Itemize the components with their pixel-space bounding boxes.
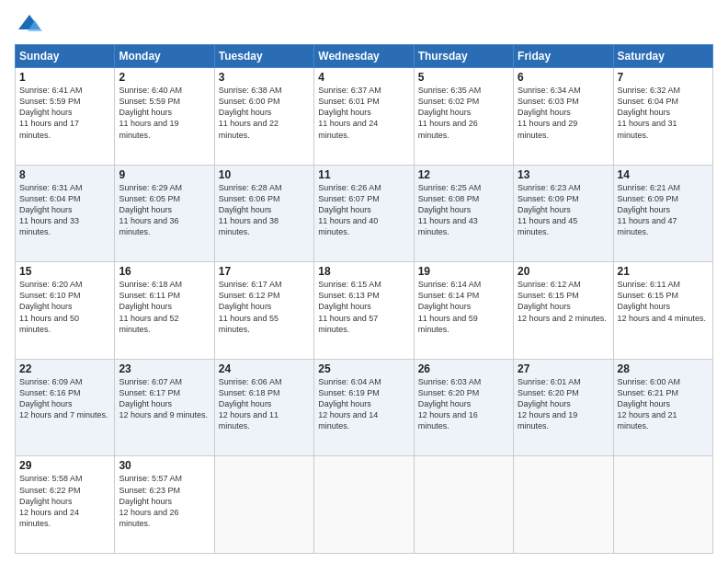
day-number: 25 xyxy=(318,362,409,375)
calendar-table: SundayMondayTuesdayWednesdayThursdayFrid… xyxy=(15,44,713,554)
day-info: Sunrise: 6:23 AMSunset: 6:09 PMDaylight … xyxy=(518,182,609,238)
day-number: 20 xyxy=(518,265,609,278)
day-info: Sunrise: 6:34 AMSunset: 6:03 PMDaylight … xyxy=(518,85,609,141)
day-number: 8 xyxy=(19,168,110,181)
calendar-weekday-header: Friday xyxy=(514,45,613,68)
day-number: 19 xyxy=(418,265,509,278)
calendar-day-cell: 15Sunrise: 6:20 AMSunset: 6:10 PMDayligh… xyxy=(16,262,115,360)
header xyxy=(15,11,713,37)
day-number: 12 xyxy=(418,168,509,181)
day-number: 16 xyxy=(119,265,210,278)
calendar-week-row: 8Sunrise: 6:31 AMSunset: 6:04 PMDaylight… xyxy=(16,165,713,262)
day-info: Sunrise: 6:37 AMSunset: 6:01 PMDaylight … xyxy=(318,85,409,141)
day-info: Sunrise: 6:26 AMSunset: 6:07 PMDaylight … xyxy=(318,182,409,238)
calendar-day-cell xyxy=(214,456,313,554)
day-info: Sunrise: 5:57 AMSunset: 6:23 PMDaylight … xyxy=(119,473,210,529)
day-number: 3 xyxy=(219,71,310,84)
calendar-day-cell: 2Sunrise: 6:40 AMSunset: 5:59 PMDaylight… xyxy=(115,68,214,166)
logo xyxy=(15,11,42,37)
day-info: Sunrise: 6:12 AMSunset: 6:15 PMDaylight … xyxy=(518,279,609,324)
calendar-body: 1Sunrise: 6:41 AMSunset: 5:59 PMDaylight… xyxy=(16,68,713,554)
day-number: 22 xyxy=(19,362,110,375)
day-info: Sunrise: 6:01 AMSunset: 6:20 PMDaylight … xyxy=(518,376,609,432)
calendar-day-cell: 1Sunrise: 6:41 AMSunset: 5:59 PMDaylight… xyxy=(16,68,115,166)
day-info: Sunrise: 6:29 AMSunset: 6:05 PMDaylight … xyxy=(119,182,210,238)
calendar-day-cell: 19Sunrise: 6:14 AMSunset: 6:14 PMDayligh… xyxy=(414,262,513,360)
calendar-weekday-header: Wednesday xyxy=(314,45,414,68)
day-info: Sunrise: 6:14 AMSunset: 6:14 PMDaylight … xyxy=(418,279,509,335)
calendar-weekday-header: Monday xyxy=(115,45,214,68)
calendar-day-cell: 4Sunrise: 6:37 AMSunset: 6:01 PMDaylight… xyxy=(314,68,414,166)
day-info: Sunrise: 6:15 AMSunset: 6:13 PMDaylight … xyxy=(318,279,409,335)
day-info: Sunrise: 6:07 AMSunset: 6:17 PMDaylight … xyxy=(119,376,210,421)
day-number: 28 xyxy=(618,362,709,375)
calendar-day-cell: 13Sunrise: 6:23 AMSunset: 6:09 PMDayligh… xyxy=(514,165,613,262)
day-info: Sunrise: 6:06 AMSunset: 6:18 PMDaylight … xyxy=(219,376,310,432)
day-number: 10 xyxy=(219,168,310,181)
calendar-day-cell: 11Sunrise: 6:26 AMSunset: 6:07 PMDayligh… xyxy=(314,165,414,262)
day-info: Sunrise: 6:38 AMSunset: 6:00 PMDaylight … xyxy=(219,85,310,141)
calendar-day-cell: 26Sunrise: 6:03 AMSunset: 6:20 PMDayligh… xyxy=(414,359,513,456)
day-number: 9 xyxy=(119,168,210,181)
day-info: Sunrise: 6:40 AMSunset: 5:59 PMDaylight … xyxy=(119,85,210,141)
day-number: 4 xyxy=(318,71,409,84)
day-number: 26 xyxy=(418,362,509,375)
day-number: 30 xyxy=(119,459,210,472)
calendar-header-row: SundayMondayTuesdayWednesdayThursdayFrid… xyxy=(16,45,713,68)
calendar-day-cell: 14Sunrise: 6:21 AMSunset: 6:09 PMDayligh… xyxy=(613,165,712,262)
calendar-week-row: 1Sunrise: 6:41 AMSunset: 5:59 PMDaylight… xyxy=(16,68,713,166)
calendar-day-cell: 7Sunrise: 6:32 AMSunset: 6:04 PMDaylight… xyxy=(613,68,712,166)
calendar-weekday-header: Saturday xyxy=(613,45,712,68)
calendar-day-cell xyxy=(514,456,613,554)
day-number: 29 xyxy=(19,459,110,472)
day-info: Sunrise: 6:28 AMSunset: 6:06 PMDaylight … xyxy=(219,182,310,238)
calendar-day-cell: 20Sunrise: 6:12 AMSunset: 6:15 PMDayligh… xyxy=(514,262,613,360)
calendar-weekday-header: Sunday xyxy=(16,45,115,68)
day-info: Sunrise: 6:18 AMSunset: 6:11 PMDaylight … xyxy=(119,279,210,335)
calendar-weekday-header: Thursday xyxy=(414,45,513,68)
day-info: Sunrise: 6:20 AMSunset: 6:10 PMDaylight … xyxy=(19,279,110,335)
calendar-day-cell: 24Sunrise: 6:06 AMSunset: 6:18 PMDayligh… xyxy=(214,359,313,456)
calendar-day-cell: 3Sunrise: 6:38 AMSunset: 6:00 PMDaylight… xyxy=(214,68,313,166)
calendar-day-cell: 18Sunrise: 6:15 AMSunset: 6:13 PMDayligh… xyxy=(314,262,414,360)
calendar-day-cell: 30Sunrise: 5:57 AMSunset: 6:23 PMDayligh… xyxy=(115,456,214,554)
day-number: 23 xyxy=(119,362,210,375)
calendar-day-cell: 8Sunrise: 6:31 AMSunset: 6:04 PMDaylight… xyxy=(16,165,115,262)
calendar-day-cell: 17Sunrise: 6:17 AMSunset: 6:12 PMDayligh… xyxy=(214,262,313,360)
day-info: Sunrise: 6:09 AMSunset: 6:16 PMDaylight … xyxy=(19,376,110,421)
day-number: 2 xyxy=(119,71,210,84)
day-number: 17 xyxy=(219,265,310,278)
calendar-day-cell: 12Sunrise: 6:25 AMSunset: 6:08 PMDayligh… xyxy=(414,165,513,262)
day-number: 18 xyxy=(318,265,409,278)
day-number: 14 xyxy=(618,168,709,181)
calendar-day-cell: 6Sunrise: 6:34 AMSunset: 6:03 PMDaylight… xyxy=(514,68,613,166)
day-info: Sunrise: 6:35 AMSunset: 6:02 PMDaylight … xyxy=(418,85,509,141)
day-info: Sunrise: 6:25 AMSunset: 6:08 PMDaylight … xyxy=(418,182,509,238)
calendar-day-cell: 5Sunrise: 6:35 AMSunset: 6:02 PMDaylight… xyxy=(414,68,513,166)
day-info: Sunrise: 6:21 AMSunset: 6:09 PMDaylight … xyxy=(618,182,709,238)
calendar-day-cell xyxy=(613,456,712,554)
day-number: 27 xyxy=(518,362,609,375)
day-info: Sunrise: 6:03 AMSunset: 6:20 PMDaylight … xyxy=(418,376,509,432)
day-number: 7 xyxy=(618,71,709,84)
calendar-day-cell xyxy=(314,456,414,554)
day-number: 13 xyxy=(518,168,609,181)
calendar-day-cell: 9Sunrise: 6:29 AMSunset: 6:05 PMDaylight… xyxy=(115,165,214,262)
day-info: Sunrise: 5:58 AMSunset: 6:22 PMDaylight … xyxy=(19,473,110,529)
calendar-day-cell: 27Sunrise: 6:01 AMSunset: 6:20 PMDayligh… xyxy=(514,359,613,456)
day-info: Sunrise: 6:41 AMSunset: 5:59 PMDaylight … xyxy=(19,85,110,141)
calendar-day-cell: 23Sunrise: 6:07 AMSunset: 6:17 PMDayligh… xyxy=(115,359,214,456)
calendar-day-cell: 29Sunrise: 5:58 AMSunset: 6:22 PMDayligh… xyxy=(16,456,115,554)
calendar-week-row: 22Sunrise: 6:09 AMSunset: 6:16 PMDayligh… xyxy=(16,359,713,456)
calendar-day-cell: 22Sunrise: 6:09 AMSunset: 6:16 PMDayligh… xyxy=(16,359,115,456)
day-number: 11 xyxy=(318,168,409,181)
day-number: 21 xyxy=(618,265,709,278)
day-number: 6 xyxy=(518,71,609,84)
day-info: Sunrise: 6:11 AMSunset: 6:15 PMDaylight … xyxy=(618,279,709,324)
day-info: Sunrise: 6:32 AMSunset: 6:04 PMDaylight … xyxy=(618,85,709,141)
day-info: Sunrise: 6:31 AMSunset: 6:04 PMDaylight … xyxy=(19,182,110,238)
day-info: Sunrise: 6:17 AMSunset: 6:12 PMDaylight … xyxy=(219,279,310,335)
calendar-day-cell: 25Sunrise: 6:04 AMSunset: 6:19 PMDayligh… xyxy=(314,359,414,456)
day-number: 1 xyxy=(19,71,110,84)
logo-icon xyxy=(17,11,42,37)
